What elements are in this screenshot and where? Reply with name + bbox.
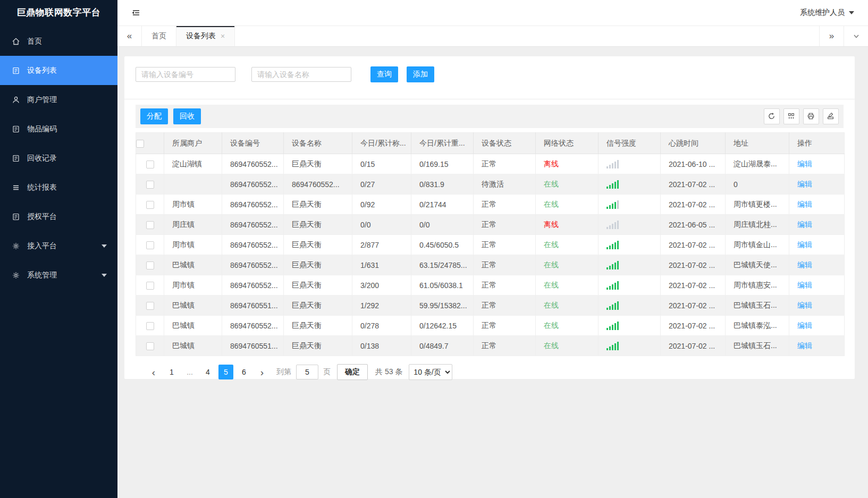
row-checkbox[interactable] bbox=[146, 221, 154, 229]
cell-device-name: 巨鼎天衡 bbox=[284, 255, 352, 275]
cell-device-status: 正常 bbox=[474, 275, 536, 296]
edit-link[interactable]: 编辑 bbox=[797, 281, 812, 289]
close-icon[interactable]: × bbox=[221, 32, 225, 40]
cell-today-weight: 0/12642.15 bbox=[411, 316, 474, 336]
user-menu[interactable]: 系统维护人员 bbox=[800, 8, 854, 18]
edit-link[interactable]: 编辑 bbox=[797, 159, 812, 168]
columns-button[interactable] bbox=[783, 108, 799, 124]
toolbar-buttons: 分配 回收 bbox=[140, 108, 201, 124]
row-checkbox[interactable] bbox=[146, 282, 154, 290]
device-name-input[interactable] bbox=[251, 67, 351, 82]
select-all-header bbox=[136, 133, 164, 154]
table-row: 周市镇8694760552...巨鼎天衡3/20061.05/6038.1正常在… bbox=[136, 275, 845, 296]
sidebar-item[interactable]: 回收记录 bbox=[0, 144, 117, 173]
edit-link[interactable]: 编辑 bbox=[797, 240, 812, 249]
sidebar-item-label: 设备列表 bbox=[27, 66, 57, 75]
row-checkbox[interactable] bbox=[146, 261, 154, 269]
cell-device-status: 正常 bbox=[474, 215, 536, 235]
edit-link[interactable]: 编辑 bbox=[797, 321, 812, 330]
printer-button[interactable] bbox=[803, 108, 819, 124]
page-size-select[interactable]: 10 条/页 bbox=[409, 364, 452, 380]
tab[interactable]: 首页 bbox=[142, 26, 176, 46]
cell-network-status: 离线 bbox=[536, 215, 599, 235]
signal-bars-icon bbox=[606, 261, 652, 269]
sidebar: 巨鼎物联网数字平台 首页设备列表商户管理物品编码回收记录统计报表授权平台接入平台… bbox=[0, 0, 117, 498]
export-button[interactable] bbox=[823, 108, 839, 124]
edit-link[interactable]: 编辑 bbox=[797, 260, 812, 269]
prev-page-icon[interactable]: ‹ bbox=[147, 367, 161, 377]
chevron-down-icon bbox=[849, 11, 854, 14]
table-row: 周市镇8694760552...巨鼎天衡0/920/21744正常在线2021-… bbox=[136, 195, 845, 215]
cell-network-status: 在线 bbox=[536, 275, 599, 296]
edit-link[interactable]: 编辑 bbox=[797, 180, 812, 188]
page-number[interactable]: 1 bbox=[164, 365, 179, 379]
printer-icon bbox=[807, 112, 815, 121]
menu-fold-icon[interactable] bbox=[130, 7, 141, 18]
cell-device-status: 正常 bbox=[474, 336, 536, 356]
edit-link[interactable]: 编辑 bbox=[797, 301, 812, 309]
doc-icon bbox=[12, 125, 20, 133]
refresh-button[interactable] bbox=[764, 108, 780, 124]
tabs-menu-icon[interactable] bbox=[844, 26, 868, 46]
row-checkbox[interactable] bbox=[146, 161, 154, 168]
sidebar-item[interactable]: 商户管理 bbox=[0, 85, 117, 114]
sidebar-item[interactable]: 授权平台 bbox=[0, 202, 117, 231]
tabs-expand-right-icon[interactable]: » bbox=[819, 26, 844, 46]
cell-checkbox bbox=[136, 215, 164, 235]
cell-signal bbox=[599, 235, 661, 255]
edit-link[interactable]: 编辑 bbox=[797, 341, 812, 350]
confirm-button[interactable]: 确定 bbox=[337, 364, 368, 380]
select-all-checkbox[interactable] bbox=[136, 140, 144, 148]
sidebar-item[interactable]: 统计报表 bbox=[0, 173, 117, 202]
app-title: 巨鼎物联网数字平台 bbox=[0, 0, 117, 26]
cell-address: 周市镇更楼... bbox=[726, 195, 789, 215]
cell-device-name: 巨鼎天衡 bbox=[284, 275, 352, 296]
sidebar-item[interactable]: 系统管理 bbox=[0, 260, 117, 290]
device-no-input[interactable] bbox=[136, 67, 235, 82]
query-button[interactable]: 查询 bbox=[370, 66, 398, 82]
cell-heartbeat: 2021-07-02 ... bbox=[661, 336, 726, 356]
cell-device-status: 待激活 bbox=[474, 174, 536, 195]
page-number[interactable]: 4 bbox=[200, 365, 215, 379]
row-checkbox[interactable] bbox=[146, 201, 154, 209]
edit-link[interactable]: 编辑 bbox=[797, 200, 812, 208]
page-number[interactable]: 5 bbox=[218, 365, 233, 379]
page-ellipsis: ... bbox=[182, 365, 197, 379]
row-checkbox[interactable] bbox=[146, 241, 154, 249]
signal-bars-icon bbox=[606, 200, 652, 209]
refresh-icon bbox=[768, 112, 776, 121]
pagination: ‹ 1...456 › 到第 页 确定 共 53 条 10 条/页 bbox=[136, 356, 844, 388]
row-checkbox[interactable] bbox=[146, 322, 154, 330]
tab[interactable]: 设备列表× bbox=[176, 26, 235, 46]
cell-signal bbox=[599, 195, 661, 215]
sidebar-item-label: 回收记录 bbox=[27, 154, 57, 163]
tabs-collapse-left-icon[interactable]: « bbox=[117, 26, 142, 46]
cell-device-no: 8694760552... bbox=[222, 275, 284, 296]
sidebar-item-label: 授权平台 bbox=[27, 212, 57, 222]
sidebar-item-label: 接入平台 bbox=[27, 241, 57, 251]
cell-today-count: 0/278 bbox=[352, 316, 411, 336]
sidebar-item[interactable]: 物品编码 bbox=[0, 114, 117, 144]
page-number[interactable]: 6 bbox=[237, 365, 251, 379]
assign-button[interactable]: 分配 bbox=[140, 108, 168, 124]
add-button[interactable]: 添加 bbox=[407, 66, 434, 82]
sidebar-item[interactable]: 设备列表 bbox=[0, 56, 117, 85]
signal-bars-icon bbox=[606, 281, 652, 290]
row-checkbox[interactable] bbox=[146, 181, 154, 189]
sidebar-item[interactable]: 接入平台 bbox=[0, 231, 117, 260]
cell-today-weight: 63.15/24785... bbox=[411, 255, 474, 275]
jump-page-input[interactable] bbox=[296, 365, 318, 379]
row-checkbox[interactable] bbox=[146, 342, 154, 350]
next-page-icon[interactable]: › bbox=[255, 367, 269, 377]
cell-today-count: 3/200 bbox=[352, 275, 411, 296]
cell-checkbox bbox=[136, 154, 164, 174]
cell-today-count: 0/92 bbox=[352, 195, 411, 215]
table-row: 巴城镇8694760551...巨鼎天衡1/29259.95/15382...正… bbox=[136, 296, 845, 316]
cell-checkbox bbox=[136, 296, 164, 316]
column-header: 设备名称 bbox=[284, 133, 352, 154]
sidebar-item[interactable]: 首页 bbox=[0, 27, 117, 56]
row-checkbox[interactable] bbox=[146, 302, 154, 310]
edit-link[interactable]: 编辑 bbox=[797, 220, 812, 229]
column-header: 信号强度 bbox=[599, 133, 661, 154]
recycle-button[interactable]: 回收 bbox=[173, 108, 201, 124]
